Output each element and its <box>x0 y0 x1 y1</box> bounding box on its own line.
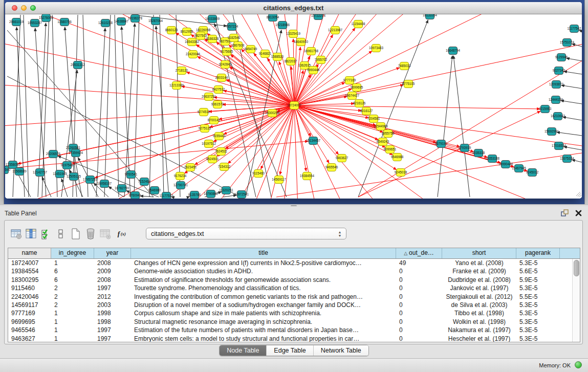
column-header-short[interactable]: short <box>442 248 516 258</box>
column-header-out_degree[interactable]: △out_de… <box>396 248 442 258</box>
network-node-teal[interactable]: 15751074 <box>560 39 575 47</box>
table-row[interactable]: 911546021997Tourette syndrome. Phenomeno… <box>8 284 580 292</box>
network-node-teal[interactable]: 9035318 <box>472 149 485 157</box>
column-select-icon[interactable] <box>25 227 38 240</box>
network-node-teal[interactable]: 11451945 <box>53 170 67 178</box>
network-node-teal[interactable]: 12093872 <box>549 81 564 89</box>
network-node-yellow[interactable]: 8549243 <box>377 138 389 146</box>
network-node-yellow[interactable]: 9990448 <box>307 67 320 74</box>
network-node-teal[interactable]: 11320251 <box>219 187 233 194</box>
network-node-yellow[interactable]: 9155443 <box>213 133 226 140</box>
network-node-yellow[interactable]: 8912955 <box>181 28 193 36</box>
network-node-teal[interactable]: 12444159 <box>549 96 563 104</box>
network-node-yellow[interactable]: 8016127 <box>360 107 373 115</box>
network-node-teal[interactable]: 16648794 <box>446 47 461 55</box>
edge[interactable] <box>294 14 397 105</box>
network-node-teal[interactable]: 20661019 <box>9 18 24 26</box>
edge[interactable] <box>42 177 51 197</box>
network-node-yellow[interactable]: 8099651 <box>384 146 397 154</box>
network-node-yellow[interactable]: 2718120 <box>176 67 188 75</box>
edge[interactable] <box>149 15 154 197</box>
network-node-teal[interactable]: 12142757 <box>33 169 48 177</box>
edge[interactable] <box>261 105 294 169</box>
column-header-pagerank[interactable]: pagerank <box>516 248 560 258</box>
network-node-teal[interactable]: 9227343 <box>553 67 565 75</box>
network-node-yellow[interactable]: 20637251 <box>202 93 216 101</box>
network-node-teal[interactable]: 20531312 <box>71 61 85 69</box>
network-node-yellow[interactable]: 13325419 <box>286 30 301 38</box>
network-node-teal[interactable]: 9215953 <box>539 105 552 113</box>
edge[interactable] <box>140 196 154 197</box>
network-node-yellow[interactable]: 9245018 <box>395 169 407 177</box>
edge[interactable] <box>259 105 294 199</box>
network-node-yellow[interactable]: 8822037 <box>285 58 297 65</box>
network-node-teal[interactable]: 15722274 <box>311 14 326 20</box>
network-node-yellow[interactable]: 9361573 <box>211 101 224 108</box>
table-row[interactable]: 969969511998Structural magnetic resonanc… <box>8 318 580 326</box>
network-node-teal[interactable]: 18131054 <box>423 14 438 19</box>
new-column-icon[interactable] <box>69 227 82 240</box>
delete-table-icon[interactable] <box>99 227 112 240</box>
tab-edge-table[interactable]: Edge Table <box>267 345 313 356</box>
edge[interactable] <box>294 105 338 155</box>
network-node-teal[interactable]: 9129946 <box>555 54 568 61</box>
network-node-yellow[interactable]: 9115460 <box>252 170 265 178</box>
edge[interactable] <box>294 36 582 105</box>
network-node-teal[interactable]: 10553287 <box>28 19 42 27</box>
network-node-teal[interactable]: 9760541 <box>125 171 138 179</box>
edge[interactable] <box>564 147 582 150</box>
network-node-teal[interactable]: 15692991 <box>545 128 559 136</box>
network-node-teal[interactable]: 11467945 <box>512 165 526 172</box>
network-node-yellow[interactable]: 8427512 <box>212 86 225 94</box>
network-node-teal[interactable]: 10353188 <box>485 155 500 163</box>
network-node-teal[interactable]: 9245012 <box>526 169 539 177</box>
network-node-yellow[interactable]: 12213987 <box>328 27 343 34</box>
edge[interactable] <box>156 26 169 197</box>
column-header-in_degree[interactable]: in_degree <box>51 248 94 258</box>
network-node-teal[interactable]: 16958107 <box>97 180 112 188</box>
network-node-teal[interactable]: 12790741 <box>173 182 188 189</box>
scrollbar-thumb[interactable] <box>574 260 579 276</box>
edge[interactable] <box>83 15 88 197</box>
table-row[interactable]: 946554611997Estimation of the future num… <box>8 326 580 334</box>
network-node-teal[interactable]: 9546980 <box>148 187 161 194</box>
canvas-resize-grip[interactable] <box>576 192 581 197</box>
network-node-yellow[interactable]: 8775105 <box>402 80 415 88</box>
column-header-title[interactable]: title <box>131 248 396 258</box>
tab-network-table[interactable]: Network Table <box>314 345 368 356</box>
table-selector-dropdown[interactable]: citations_edges.txt ▲▼ <box>146 228 346 239</box>
edge[interactable] <box>5 105 294 174</box>
table-row[interactable]: 2242004622012Investigating the contribut… <box>8 293 580 301</box>
network-node-yellow[interactable]: 7624511 <box>215 148 228 156</box>
edge[interactable] <box>561 101 582 104</box>
network-node-teal[interactable]: 11580756 <box>57 18 72 26</box>
edge[interactable] <box>557 132 582 136</box>
network-window-titlebar[interactable]: citations_edges.txt <box>5 2 582 14</box>
network-node-yellow[interactable]: 7955702 <box>315 56 328 64</box>
network-node-yellow[interactable]: 7154312 <box>218 163 231 171</box>
edge[interactable] <box>188 196 190 197</box>
network-node-yellow[interactable]: 9465546 <box>325 164 338 171</box>
network-node-yellow[interactable]: 9546988 <box>391 154 404 161</box>
network-node-yellow[interactable]: 10973483 <box>369 45 384 52</box>
network-node-yellow[interactable]: 9777169 <box>343 77 356 84</box>
network-node-teal[interactable]: 8760941 <box>129 192 142 199</box>
float-window-icon[interactable] <box>560 209 569 217</box>
table-settings-icon[interactable] <box>10 227 23 240</box>
network-canvas[interactable]: 1872400720661019105532871527600311580756… <box>5 14 582 199</box>
table-row[interactable]: 977716911998Corpus callosum shape and si… <box>8 309 580 317</box>
edge[interactable] <box>563 117 582 120</box>
network-node-yellow[interactable]: 10197512 <box>202 140 216 148</box>
edge[interactable] <box>96 28 105 197</box>
edge[interactable] <box>561 85 582 89</box>
network-node-teal[interactable]: 8679191 <box>435 140 448 148</box>
column-visibility-icon[interactable] <box>39 227 53 240</box>
vertical-scrollbar[interactable] <box>572 259 580 342</box>
edge[interactable] <box>90 14 294 105</box>
network-node-yellow[interactable]: 9699695 <box>351 84 363 92</box>
network-node-yellow[interactable]: 9463627 <box>336 155 349 162</box>
edge[interactable] <box>579 30 582 31</box>
row-height-icon[interactable] <box>54 227 68 240</box>
edge[interactable] <box>567 58 582 61</box>
network-node-teal[interactable]: 11177533 <box>159 192 173 199</box>
